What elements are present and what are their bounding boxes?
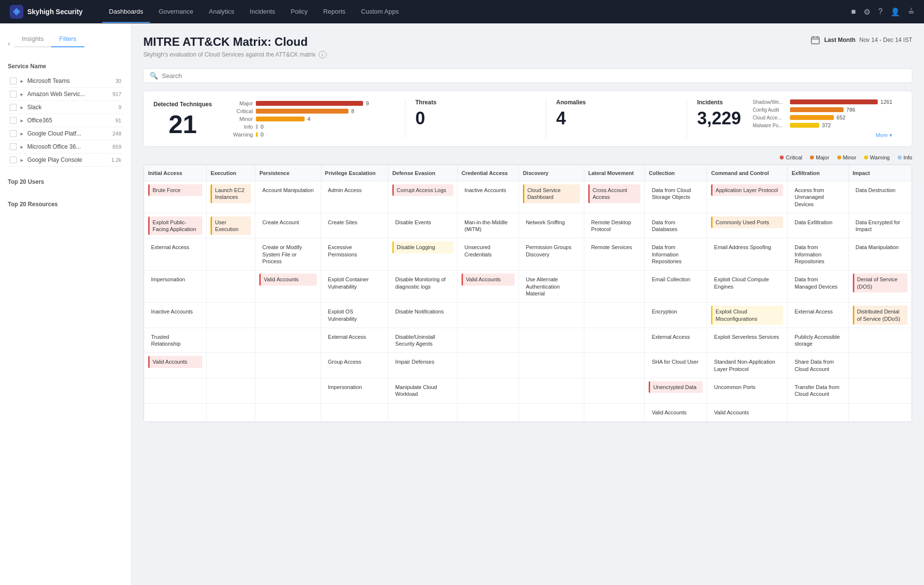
nav-policy[interactable]: Policy — [284, 1, 315, 23]
cell-item[interactable]: Exploit Cloud Compute Engines — [711, 273, 783, 292]
apps-grid-icon[interactable]: ≟ — [908, 7, 914, 17]
info-icon[interactable]: i — [319, 51, 327, 58]
search-input[interactable] — [162, 72, 906, 79]
cell-item[interactable]: Standard Non-Application Layer Protocol — [711, 356, 783, 375]
sidebar-item[interactable]: ► Microsoft Teams 30 — [8, 75, 123, 88]
cell-item[interactable]: Cross Account Access — [588, 184, 641, 203]
tab-filters[interactable]: Filters — [51, 31, 84, 47]
nav-analytics[interactable]: Analytics — [202, 1, 241, 23]
cell-item[interactable]: Exploit Container Vulnerability — [325, 273, 384, 292]
top-users-title[interactable]: Top 20 Users — [8, 175, 123, 189]
sidebar-item[interactable]: ► Google Cloud Platf... 248 — [8, 127, 123, 140]
cell-item[interactable]: Remote Desktop Protocol — [588, 216, 641, 235]
cell-item[interactable]: Exploit OS Vulnerability — [325, 306, 384, 325]
sidebar-item[interactable]: ► Amazon Web Servic... 917 — [8, 88, 123, 101]
cell-item[interactable]: Disable Logging — [392, 241, 453, 253]
cell-item[interactable]: Disable Notifications — [392, 306, 453, 317]
sidebar-checkbox[interactable] — [10, 130, 17, 137]
cell-item[interactable]: Data from Cloud Storage Objects — [649, 184, 703, 203]
cell-item[interactable]: External Access — [649, 331, 703, 343]
cell-item[interactable]: Commonly Used Ports — [711, 216, 783, 228]
cell-item[interactable]: Trusted Relationship — [148, 331, 202, 350]
nav-dashboards[interactable]: Dashboards — [102, 1, 150, 23]
calendar-icon[interactable] — [810, 35, 820, 45]
cell-item[interactable]: Publicly Accessible storage — [791, 331, 844, 350]
cell-item[interactable]: External Access — [791, 306, 844, 317]
cell-item[interactable]: Brute Force — [148, 184, 202, 196]
cell-item[interactable]: Create Sites — [325, 216, 384, 228]
sidebar-checkbox[interactable] — [10, 78, 17, 84]
cell-item[interactable]: Man-in-the-Middle (MiTM) — [462, 216, 515, 235]
cell-item[interactable]: Disable/Uninstall Security Agents — [392, 331, 453, 350]
sidebar-item[interactable]: ► Slack 9 — [8, 101, 123, 114]
cell-item[interactable]: Disable Monitoring of diagnostic logs — [392, 273, 453, 292]
cell-item[interactable]: Create or Modify System File or Process — [259, 241, 316, 267]
nav-incidents[interactable]: Incidents — [243, 1, 282, 23]
cell-item[interactable]: Uncommon Ports — [711, 381, 783, 393]
cell-item[interactable]: Encryption — [649, 306, 703, 317]
brand-logo[interactable]: Skyhigh Security — [10, 5, 83, 19]
cell-item[interactable]: Email Collection — [649, 273, 703, 285]
cell-item[interactable]: Transfer Data from Cloud Account — [791, 381, 844, 400]
cell-item[interactable]: Denial of Service (DOS) — [853, 273, 907, 292]
sidebar-checkbox[interactable] — [10, 156, 17, 163]
cell-item[interactable]: External Access — [148, 241, 202, 253]
tab-insights[interactable]: Insights — [14, 31, 52, 47]
sidebar-checkbox[interactable] — [10, 117, 17, 124]
sidebar-checkbox[interactable] — [10, 104, 17, 111]
cell-item[interactable]: Excessive Permissions — [325, 241, 384, 260]
cell-item[interactable]: Impersonation — [148, 273, 202, 285]
top-resources-title[interactable]: Top 20 Resources — [8, 197, 123, 212]
cell-item[interactable]: Create Account — [259, 216, 316, 228]
cell-item[interactable]: Group Access — [325, 356, 384, 368]
gear-icon[interactable]: ⚙ — [864, 7, 870, 17]
cell-item[interactable]: Network Sniffing — [523, 216, 580, 228]
cell-item[interactable]: Use Alternate Authentication Material — [523, 273, 580, 299]
cell-item[interactable]: Data from Managed Devices — [791, 273, 844, 292]
cell-item[interactable]: Email Address Spoofing — [711, 241, 783, 253]
cell-item[interactable]: Cloud Service Dashboard — [523, 184, 580, 203]
sidebar-checkbox[interactable] — [10, 143, 17, 150]
cell-item[interactable]: Inactive Accounts — [148, 306, 202, 317]
cell-item[interactable]: Remote Services — [588, 241, 641, 253]
cell-item[interactable]: Valid Accounts — [649, 407, 703, 418]
cell-item[interactable]: Data Manipulation — [853, 241, 907, 253]
cell-item[interactable]: Data Destruction — [853, 184, 907, 196]
cell-item[interactable]: Access from Unmanaged Devices — [791, 184, 844, 210]
cell-item[interactable]: Disable Events — [392, 216, 453, 228]
cell-item[interactable]: Data Encrypted for Impact — [853, 216, 907, 235]
cell-item[interactable]: Exploit Public-Facing Application — [148, 216, 202, 235]
cell-item[interactable]: Valid Accounts — [462, 273, 515, 285]
cell-item[interactable]: Unencrypted Data — [649, 381, 703, 393]
sidebar-checkbox[interactable] — [10, 91, 17, 98]
cell-item[interactable]: Impair Defenses — [392, 356, 453, 368]
cell-item[interactable]: Corrupt Access Logs — [392, 184, 453, 196]
cell-item[interactable]: Data from Information Repositories — [649, 241, 703, 267]
nav-custom-apps[interactable]: Custom Apps — [354, 1, 405, 23]
help-icon[interactable]: ? — [878, 7, 883, 16]
cell-item[interactable]: Exploit Serverless Services — [711, 331, 783, 343]
nav-reports[interactable]: Reports — [316, 1, 352, 23]
cell-item[interactable]: Distributed Denial of Service (DDoS) — [853, 306, 907, 325]
cell-item[interactable]: Account Manipulation — [259, 184, 316, 196]
cell-item[interactable]: User Execution — [211, 216, 251, 235]
cell-item[interactable]: Data from Databases — [649, 216, 703, 235]
cell-item[interactable]: Share Data from Cloud Account — [791, 356, 844, 375]
cell-item[interactable]: Valid Accounts — [259, 273, 316, 285]
cell-item[interactable]: Admin Access — [325, 184, 384, 196]
sidebar-item[interactable]: ► Microsoft Office 36... 659 — [8, 140, 123, 154]
cell-item[interactable]: SHA for Cloud User — [649, 356, 703, 368]
cell-item[interactable]: Application Layer Protocol — [711, 184, 783, 196]
nav-governance[interactable]: Governance — [152, 1, 200, 23]
shield-icon[interactable]: ■ — [851, 7, 856, 16]
cell-item[interactable]: Data Exfiltration — [791, 216, 844, 228]
cell-item[interactable]: Manipulate Cloud Workload — [392, 381, 453, 400]
cell-item[interactable]: Valid Accounts — [148, 356, 202, 368]
cell-item[interactable]: Permission Groups Discovery — [523, 241, 580, 260]
cell-item[interactable]: External Access — [325, 331, 384, 343]
cell-item[interactable]: Unsecured Credentials — [462, 241, 515, 260]
cell-item[interactable]: Launch EC2 Instances — [211, 184, 251, 203]
cell-item[interactable]: Impersonation — [325, 381, 384, 393]
user-icon[interactable]: 👤 — [890, 7, 900, 17]
collapse-arrow-icon[interactable]: ‹ — [8, 39, 10, 47]
